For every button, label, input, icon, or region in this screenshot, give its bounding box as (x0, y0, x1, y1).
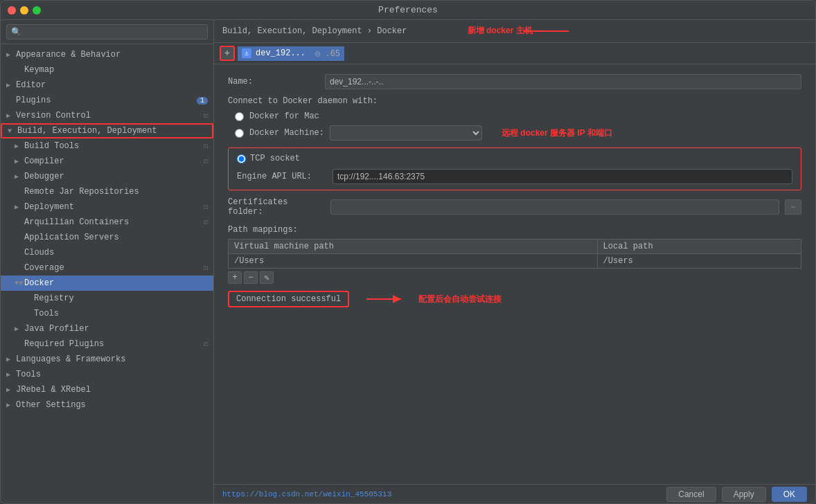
sidebar-tree: Appearance & Behavior Keymap Editor Plug… (1, 44, 213, 503)
breadcrumb-current: Docker (377, 26, 407, 36)
sidebar-item-label: JRebel & XRebel (16, 385, 91, 395)
cancel-button[interactable]: Cancel (666, 487, 716, 502)
name-input[interactable] (325, 74, 801, 89)
path-add-button[interactable]: + (228, 271, 242, 284)
sidebar-item-debugger[interactable]: Debugger (1, 169, 213, 184)
sidebar-item-other-settings[interactable]: Other Settings (1, 397, 213, 413)
sidebar-item-registry[interactable]: Registry (1, 291, 213, 306)
sidebar-item-compiler[interactable]: Compiler ⊡ (1, 154, 213, 169)
sidebar-item-tools-docker[interactable]: Tools (1, 306, 213, 321)
minimize-button[interactable] (20, 6, 28, 15)
arrow-icon (6, 386, 16, 394)
path-mappings-section: Path mappings: Virtual machine path Loca… (228, 225, 801, 284)
docker-host-name: dev_192... (256, 48, 305, 58)
sidebar-item-editor[interactable]: Editor (1, 78, 213, 93)
maximize-button[interactable] (33, 6, 41, 15)
arrow-icon (8, 127, 17, 135)
sidebar: Appearance & Behavior Keymap Editor Plug… (1, 20, 214, 503)
preferences-window: Preferences Appearance & Behavior Keymap (0, 0, 816, 504)
sidebar-item-java-profiler[interactable]: Java Profiler (1, 321, 213, 336)
ext-icon: ⊡ (204, 111, 208, 120)
sidebar-item-keymap[interactable]: Keymap (1, 62, 213, 78)
search-bar (1, 20, 213, 44)
add-docker-host-button[interactable]: + (220, 46, 235, 61)
docker-machine-row[interactable]: Docker Machine: 远程 docker 服务器 IP 和端口 (235, 125, 801, 141)
docker-icon-symbol: ⚓ (245, 50, 248, 57)
sidebar-item-clouds[interactable]: Clouds (1, 245, 213, 260)
sidebar-item-label: Other Settings (16, 400, 86, 410)
table-row: /Users /Users (229, 254, 801, 269)
sidebar-item-plugins[interactable]: Plugins 1 (1, 93, 213, 108)
vm-path-header: Virtual machine path (229, 240, 598, 254)
sidebar-item-deployment[interactable]: Deployment ⊡ (1, 199, 213, 215)
sidebar-item-label: Coverage (24, 263, 64, 273)
sidebar-item-remote-jar[interactable]: Remote Jar Repositories (1, 184, 213, 199)
sidebar-item-label: Appearance & Behavior (16, 50, 121, 60)
sidebar-item-appearance[interactable]: Appearance & Behavior (1, 47, 213, 62)
docker-machine-radio[interactable] (235, 129, 244, 138)
search-input[interactable] (6, 24, 208, 39)
arrow-icon (6, 111, 16, 120)
arrow-icon: ▼ (15, 280, 24, 287)
ext-icon: ⊡ (204, 203, 208, 211)
certs-input[interactable] (330, 199, 779, 215)
sidebar-item-app-servers[interactable]: Application Servers (1, 230, 213, 245)
sidebar-item-build-exec-deploy[interactable]: Build, Execution, Deployment (1, 123, 213, 138)
annotation-add-host: 新增 docker 主机 (468, 26, 533, 35)
breadcrumb: Build, Execution, Deployment › Docker 新增… (214, 20, 815, 43)
sidebar-item-label: Keymap (24, 65, 54, 75)
local-path-cell: /Users (597, 254, 801, 269)
sidebar-item-label: Tools (34, 309, 59, 318)
path-remove-button[interactable]: − (244, 271, 258, 284)
sidebar-item-label: Deployment (24, 202, 74, 212)
docker-mac-row[interactable]: Docker for Mac (235, 111, 801, 121)
sidebar-item-version-control[interactable]: Version Control ⊡ (1, 108, 213, 123)
window-controls (8, 6, 41, 15)
certs-label: Certificates folder: (228, 197, 325, 217)
path-mappings-title: Path mappings: (228, 225, 801, 235)
arrow-icon (15, 142, 24, 150)
sidebar-item-jrebel[interactable]: JRebel & XRebel (1, 382, 213, 397)
arrow-icon (15, 203, 24, 211)
sidebar-item-label: Arquillian Containers (24, 217, 129, 227)
ext-icon: ⊡ (204, 142, 208, 150)
annotation-arrow-2 (363, 292, 405, 306)
sidebar-item-required-plugins[interactable]: Required Plugins ⊡ (1, 336, 213, 352)
close-button[interactable] (8, 6, 16, 15)
ok-button[interactable]: OK (772, 487, 807, 502)
sidebar-item-tools[interactable]: Tools (1, 367, 213, 382)
path-mappings-table: Virtual machine path Local path /Users /… (228, 239, 801, 269)
docker-mac-label: Docker for Mac (249, 111, 319, 121)
apply-button[interactable]: Apply (722, 487, 766, 502)
docker-host-item[interactable]: ⚓ dev_192... ◎ .65 (238, 46, 344, 61)
window-title: Preferences (378, 5, 438, 15)
arrow-icon (6, 370, 16, 379)
tcp-socket-radio[interactable] (237, 154, 246, 163)
docker-mac-radio[interactable] (235, 112, 244, 121)
api-url-input[interactable] (332, 169, 792, 184)
sidebar-item-docker[interactable]: ▼ Docker (1, 276, 213, 291)
sidebar-item-label: Languages & Frameworks (16, 354, 125, 364)
arrow-icon (6, 81, 16, 89)
sidebar-item-label: Build Tools (24, 141, 79, 151)
api-url-label: Engine API URL: (237, 172, 327, 181)
sidebar-item-label: Version Control (16, 111, 91, 120)
ext-icon: ⊡ (204, 340, 208, 348)
sidebar-item-label: Debugger (24, 172, 64, 181)
sidebar-item-arquillian[interactable]: Arquillian Containers ⊡ (1, 215, 213, 230)
sidebar-item-label: Editor (16, 80, 46, 90)
tcp-socket-box: TCP socket Engine API URL: (228, 147, 801, 190)
name-row: Name: (228, 74, 801, 89)
certs-browse-button[interactable]: ⋯ (785, 199, 801, 215)
breadcrumb-path: Build, Execution, Deployment (222, 26, 362, 36)
bottom-link[interactable]: https://blog.csdn.net/weixin_45505313 (222, 490, 391, 498)
path-edit-button[interactable]: ✎ (260, 271, 274, 284)
sidebar-item-label: Plugins (16, 96, 51, 105)
sidebar-item-build-tools[interactable]: Build Tools ⊡ (1, 138, 213, 154)
sidebar-item-label: Build, Execution, Deployment (17, 126, 157, 136)
sidebar-item-languages[interactable]: Languages & Frameworks (1, 352, 213, 367)
sidebar-item-label: Compiler (24, 156, 64, 166)
sidebar-item-label: Java Profiler (24, 324, 89, 334)
docker-machine-select[interactable] (330, 125, 482, 141)
sidebar-item-coverage[interactable]: Coverage ⊡ (1, 260, 213, 276)
